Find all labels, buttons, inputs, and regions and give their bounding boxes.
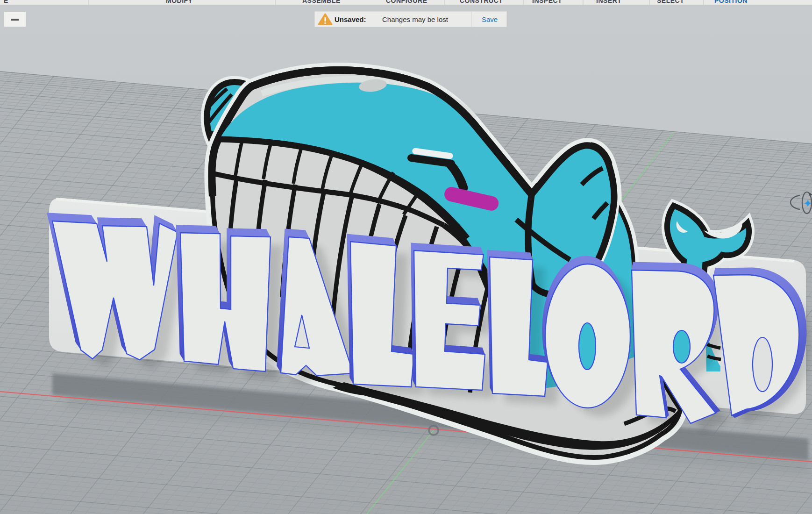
svg-text:Unsaved:: Unsaved: (335, 15, 366, 23)
svg-text:CONSTRUCT: CONSTRUCT (460, 0, 503, 4)
svg-text:ASSEMBLE: ASSEMBLE (302, 0, 341, 4)
svg-text:INSERT: INSERT (596, 0, 621, 4)
svg-text:POSITION: POSITION (714, 0, 748, 4)
svg-text:Save: Save (482, 15, 498, 23)
svg-text:Changes may be lost: Changes may be lost (382, 15, 449, 23)
svg-text:E: E (4, 0, 8, 4)
svg-text:INSPECT: INSPECT (532, 0, 562, 4)
svg-text:SELECT: SELECT (657, 0, 684, 4)
svg-text:MODIFY: MODIFY (166, 0, 193, 4)
svg-text:CONFIGURE: CONFIGURE (386, 0, 427, 4)
